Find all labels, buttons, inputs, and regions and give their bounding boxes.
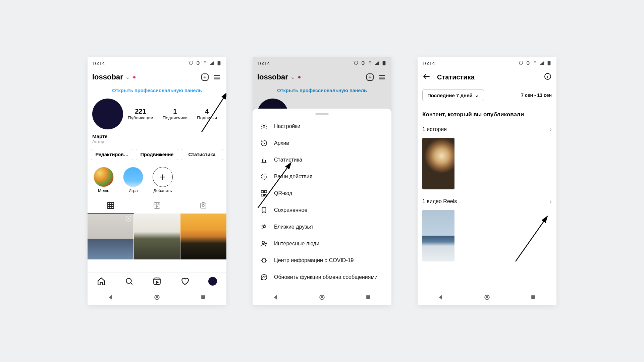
messenger-icon <box>260 273 268 281</box>
menu-label: Интересные люди <box>274 241 319 247</box>
android-nav <box>253 290 391 305</box>
sys-home-icon[interactable] <box>319 294 325 301</box>
sys-recents-icon[interactable] <box>200 294 207 301</box>
post-thumbnail[interactable] <box>180 214 226 259</box>
menu-label: Ваши действия <box>274 174 312 180</box>
svg-rect-13 <box>201 295 205 299</box>
chevron-right-icon: › <box>549 125 552 133</box>
tab-grid[interactable] <box>88 198 134 214</box>
nav-search[interactable] <box>124 277 134 286</box>
svg-rect-10 <box>154 278 160 285</box>
svg-rect-23 <box>265 191 267 193</box>
stat-following[interactable]: 4 Подписки <box>197 108 217 120</box>
menu-item-saved[interactable]: Сохраненное <box>253 202 391 219</box>
menu-item-settings[interactable]: Настройки <box>253 118 391 135</box>
highlight-add[interactable]: + Добавить <box>151 167 174 193</box>
sys-recents-icon[interactable] <box>365 294 372 301</box>
covid-icon <box>260 256 268 264</box>
menu-item-archive[interactable]: Архив <box>253 135 391 152</box>
menu-item-insights[interactable]: Статистика <box>253 152 391 168</box>
content-row-reels[interactable]: 1 видео Reels › <box>418 193 556 208</box>
menu-item-qr[interactable]: QR-код <box>253 185 391 202</box>
qr-icon <box>260 189 268 197</box>
profile-buttons: Редактиров… Продвижение Статистика <box>88 144 226 164</box>
edit-profile-button[interactable]: Редактиров… <box>91 149 133 160</box>
sys-home-icon[interactable] <box>484 294 490 301</box>
profile-stats-row: 221 Публикации 1 Подписчики 4 Подписки <box>88 97 226 131</box>
android-nav <box>88 290 226 305</box>
menu-label: Сохраненное <box>274 207 307 213</box>
highlight-game[interactable]: Игра <box>122 167 145 193</box>
stat-posts[interactable]: 221 Публикации <box>128 108 153 120</box>
arrow-left-icon <box>422 72 431 81</box>
nav-home[interactable] <box>97 277 106 286</box>
reels-icon <box>153 201 161 209</box>
create-button[interactable] <box>200 72 210 82</box>
battery-icon <box>546 60 552 66</box>
menu-item-covid[interactable]: Центр информации о COVID-19 <box>253 252 391 269</box>
svg-point-37 <box>486 296 488 299</box>
username[interactable]: lossobar <box>92 73 123 81</box>
wifi-icon <box>202 60 208 66</box>
sys-back-icon[interactable] <box>272 294 279 301</box>
svg-point-12 <box>156 296 158 299</box>
tab-tagged[interactable] <box>180 198 226 214</box>
screen-profile: 16:14 lossobar ⌵ Открыть профессиональну… <box>88 57 226 305</box>
reels-thumbnail[interactable] <box>422 210 454 261</box>
status-time: 16:14 <box>92 60 105 66</box>
home-icon <box>97 277 106 286</box>
reels-icon <box>153 277 161 286</box>
menu-item-activity[interactable]: Ваши действия <box>253 168 391 185</box>
android-nav <box>418 290 556 305</box>
pro-dashboard-link[interactable]: Открыть профессиональную панель <box>88 85 226 97</box>
info-button[interactable] <box>544 72 552 82</box>
vibrate-icon <box>195 60 201 66</box>
menu-item-discover[interactable]: Интересные люди <box>253 235 391 252</box>
svg-line-39 <box>516 216 547 261</box>
sys-back-icon[interactable] <box>437 294 444 301</box>
avatar[interactable] <box>92 99 123 129</box>
bottom-nav <box>88 272 226 290</box>
hamburger-menu-button[interactable] <box>212 72 222 82</box>
sys-back-icon[interactable] <box>107 294 114 301</box>
content-row-story[interactable]: 1 история › <box>418 121 556 136</box>
posts-grid <box>88 214 226 259</box>
list-star-icon <box>260 223 268 231</box>
tagged-icon <box>199 201 207 209</box>
gear-icon <box>260 122 268 130</box>
sys-home-icon[interactable] <box>154 294 160 301</box>
menu-item-messaging[interactable]: Обновить функции обмена сообщениями <box>253 269 391 286</box>
nav-profile[interactable] <box>208 277 217 286</box>
status-time: 16:14 <box>422 60 435 66</box>
post-thumbnail[interactable] <box>88 214 133 259</box>
chevron-down-icon[interactable]: ⌵ <box>126 74 129 80</box>
section-title: Контент, который вы опубликовали <box>418 105 556 121</box>
sheet-grabber[interactable] <box>315 113 329 115</box>
nav-activity[interactable] <box>180 277 190 286</box>
story-thumbnail[interactable] <box>422 138 454 189</box>
svg-rect-5 <box>154 202 160 208</box>
period-dropdown[interactable]: Последние 7 дней ⌄ <box>422 89 484 101</box>
promote-button[interactable]: Продвижение <box>136 149 178 160</box>
menu-item-close-friends[interactable]: Близкие друзья <box>253 219 391 235</box>
nav-reels[interactable] <box>152 277 162 286</box>
tab-reels[interactable] <box>134 198 180 214</box>
annotation-arrow <box>512 211 552 265</box>
search-icon <box>125 277 133 286</box>
highlight-menu[interactable]: Меню <box>92 167 115 193</box>
sys-recents-icon[interactable] <box>530 294 537 301</box>
stat-followers[interactable]: 1 Подписчики <box>163 108 187 120</box>
insights-button[interactable]: Статистика <box>181 149 223 160</box>
svg-rect-34 <box>548 61 550 61</box>
back-button[interactable] <box>422 72 431 82</box>
svg-point-31 <box>519 62 522 65</box>
post-thumbnail[interactable] <box>134 214 180 259</box>
svg-rect-32 <box>527 61 529 64</box>
svg-rect-3 <box>218 61 220 61</box>
archive-icon <box>260 139 268 147</box>
status-icons <box>518 60 552 66</box>
heart-icon <box>180 277 189 286</box>
alarm-icon <box>188 60 194 66</box>
menu-label: Центр информации о COVID-19 <box>274 257 354 263</box>
period-selector-row: Последние 7 дней ⌄ 7 сен - 13 сен <box>418 85 556 105</box>
